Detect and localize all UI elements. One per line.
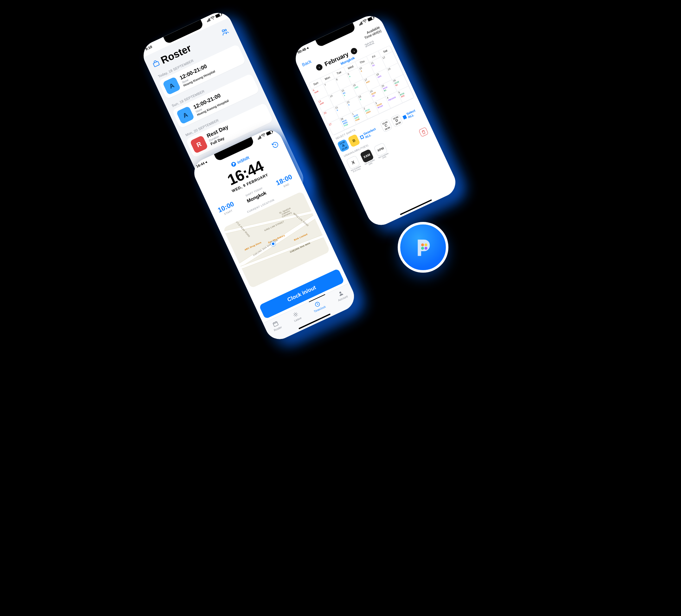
tab-account[interactable]: Account xyxy=(334,289,348,302)
delete-button[interactable] xyxy=(418,127,428,137)
status-icons xyxy=(206,13,222,23)
status-time: 00:48 xyxy=(297,47,306,54)
signal-icon xyxy=(206,18,210,23)
wifi-icon xyxy=(362,19,368,24)
battery-icon xyxy=(215,13,222,18)
logo-icon xyxy=(230,161,237,168)
signal-icon xyxy=(257,135,261,140)
svg-point-14 xyxy=(421,247,424,249)
map-poi: Bink Limited xyxy=(294,233,308,241)
tab-roster[interactable]: Roster xyxy=(270,319,282,332)
tab-timeclock[interactable]: Timeclock xyxy=(310,299,326,313)
phone-timeclock: 16:44 ◂ inShift 16:44 WED, 9 FEBRUARY xyxy=(190,126,359,344)
svg-point-9 xyxy=(294,313,297,316)
bag-icon xyxy=(151,59,160,68)
svg-point-11 xyxy=(339,291,341,294)
status-icons xyxy=(358,16,374,26)
wifi-icon xyxy=(210,16,215,21)
back-button[interactable]: Back xyxy=(301,59,312,68)
wifi-icon xyxy=(261,133,266,138)
svg-point-2 xyxy=(224,29,227,31)
app-icon xyxy=(398,222,448,273)
people-icon[interactable] xyxy=(219,26,230,38)
battery-icon xyxy=(367,16,374,22)
tab-leave[interactable]: Leave xyxy=(291,310,302,322)
shift-chip: A xyxy=(176,106,194,124)
svg-point-13 xyxy=(424,244,427,246)
signal-icon xyxy=(358,21,362,26)
svg-point-12 xyxy=(421,244,424,246)
status-time: 9:10 xyxy=(145,45,152,51)
svg-point-15 xyxy=(424,247,427,249)
map-poi: ABC Drug Store xyxy=(244,241,262,251)
shift-chip: R xyxy=(190,135,208,153)
battery-icon xyxy=(266,130,273,136)
shift-chip: A xyxy=(162,76,181,95)
phone-availability: 00:48 ◂ Back Available Time-slot(s) ‹ Fe… xyxy=(291,11,460,230)
svg-point-1 xyxy=(222,29,224,32)
